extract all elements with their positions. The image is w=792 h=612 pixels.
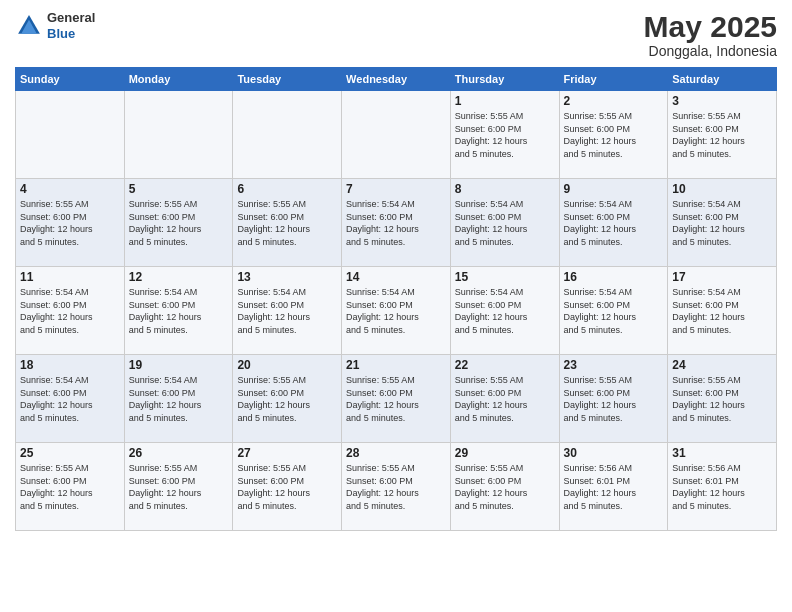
- day-number-25: 25: [20, 446, 120, 460]
- day-info-10: Sunrise: 5:54 AM Sunset: 6:00 PM Dayligh…: [672, 198, 772, 248]
- day-info-27: Sunrise: 5:55 AM Sunset: 6:00 PM Dayligh…: [237, 462, 337, 512]
- calendar-header: Sunday Monday Tuesday Wednesday Thursday…: [16, 68, 777, 91]
- header-friday: Friday: [559, 68, 668, 91]
- week-row-4: 18Sunrise: 5:54 AM Sunset: 6:00 PM Dayli…: [16, 355, 777, 443]
- cell-w2-d0: 4Sunrise: 5:55 AM Sunset: 6:00 PM Daylig…: [16, 179, 125, 267]
- day-number-23: 23: [564, 358, 664, 372]
- day-info-7: Sunrise: 5:54 AM Sunset: 6:00 PM Dayligh…: [346, 198, 446, 248]
- day-info-31: Sunrise: 5:56 AM Sunset: 6:01 PM Dayligh…: [672, 462, 772, 512]
- cell-w1-d5: 2Sunrise: 5:55 AM Sunset: 6:00 PM Daylig…: [559, 91, 668, 179]
- cell-w3-d3: 14Sunrise: 5:54 AM Sunset: 6:00 PM Dayli…: [342, 267, 451, 355]
- cell-w4-d0: 18Sunrise: 5:54 AM Sunset: 6:00 PM Dayli…: [16, 355, 125, 443]
- day-info-14: Sunrise: 5:54 AM Sunset: 6:00 PM Dayligh…: [346, 286, 446, 336]
- day-number-29: 29: [455, 446, 555, 460]
- day-info-15: Sunrise: 5:54 AM Sunset: 6:00 PM Dayligh…: [455, 286, 555, 336]
- cell-w2-d2: 6Sunrise: 5:55 AM Sunset: 6:00 PM Daylig…: [233, 179, 342, 267]
- cell-w1-d3: [342, 91, 451, 179]
- day-info-29: Sunrise: 5:55 AM Sunset: 6:00 PM Dayligh…: [455, 462, 555, 512]
- header-wednesday: Wednesday: [342, 68, 451, 91]
- day-number-27: 27: [237, 446, 337, 460]
- calendar-body: 1Sunrise: 5:55 AM Sunset: 6:00 PM Daylig…: [16, 91, 777, 531]
- cell-w1-d2: [233, 91, 342, 179]
- day-number-15: 15: [455, 270, 555, 284]
- cell-w4-d2: 20Sunrise: 5:55 AM Sunset: 6:00 PM Dayli…: [233, 355, 342, 443]
- day-info-28: Sunrise: 5:55 AM Sunset: 6:00 PM Dayligh…: [346, 462, 446, 512]
- day-info-8: Sunrise: 5:54 AM Sunset: 6:00 PM Dayligh…: [455, 198, 555, 248]
- logo-blue-text: Blue: [47, 26, 95, 42]
- cell-w5-d3: 28Sunrise: 5:55 AM Sunset: 6:00 PM Dayli…: [342, 443, 451, 531]
- day-number-7: 7: [346, 182, 446, 196]
- day-number-6: 6: [237, 182, 337, 196]
- day-info-5: Sunrise: 5:55 AM Sunset: 6:00 PM Dayligh…: [129, 198, 229, 248]
- cell-w4-d5: 23Sunrise: 5:55 AM Sunset: 6:00 PM Dayli…: [559, 355, 668, 443]
- day-number-2: 2: [564, 94, 664, 108]
- cell-w3-d4: 15Sunrise: 5:54 AM Sunset: 6:00 PM Dayli…: [450, 267, 559, 355]
- week-row-3: 11Sunrise: 5:54 AM Sunset: 6:00 PM Dayli…: [16, 267, 777, 355]
- cell-w3-d1: 12Sunrise: 5:54 AM Sunset: 6:00 PM Dayli…: [124, 267, 233, 355]
- day-number-21: 21: [346, 358, 446, 372]
- day-number-16: 16: [564, 270, 664, 284]
- day-number-28: 28: [346, 446, 446, 460]
- day-number-30: 30: [564, 446, 664, 460]
- day-number-13: 13: [237, 270, 337, 284]
- day-number-3: 3: [672, 94, 772, 108]
- day-info-18: Sunrise: 5:54 AM Sunset: 6:00 PM Dayligh…: [20, 374, 120, 424]
- day-info-30: Sunrise: 5:56 AM Sunset: 6:01 PM Dayligh…: [564, 462, 664, 512]
- day-info-26: Sunrise: 5:55 AM Sunset: 6:00 PM Dayligh…: [129, 462, 229, 512]
- header-sunday: Sunday: [16, 68, 125, 91]
- logo-text: General Blue: [47, 10, 95, 41]
- logo: General Blue: [15, 10, 95, 41]
- day-info-19: Sunrise: 5:54 AM Sunset: 6:00 PM Dayligh…: [129, 374, 229, 424]
- day-number-1: 1: [455, 94, 555, 108]
- day-info-12: Sunrise: 5:54 AM Sunset: 6:00 PM Dayligh…: [129, 286, 229, 336]
- cell-w1-d4: 1Sunrise: 5:55 AM Sunset: 6:00 PM Daylig…: [450, 91, 559, 179]
- day-number-10: 10: [672, 182, 772, 196]
- day-number-5: 5: [129, 182, 229, 196]
- calendar-title: May 2025: [644, 10, 777, 43]
- cell-w5-d2: 27Sunrise: 5:55 AM Sunset: 6:00 PM Dayli…: [233, 443, 342, 531]
- header: General Blue May 2025 Donggala, Indonesi…: [15, 10, 777, 59]
- day-number-26: 26: [129, 446, 229, 460]
- weekday-header-row: Sunday Monday Tuesday Wednesday Thursday…: [16, 68, 777, 91]
- day-info-9: Sunrise: 5:54 AM Sunset: 6:00 PM Dayligh…: [564, 198, 664, 248]
- cell-w5-d4: 29Sunrise: 5:55 AM Sunset: 6:00 PM Dayli…: [450, 443, 559, 531]
- day-number-9: 9: [564, 182, 664, 196]
- cell-w5-d0: 25Sunrise: 5:55 AM Sunset: 6:00 PM Dayli…: [16, 443, 125, 531]
- day-number-18: 18: [20, 358, 120, 372]
- day-info-25: Sunrise: 5:55 AM Sunset: 6:00 PM Dayligh…: [20, 462, 120, 512]
- day-info-1: Sunrise: 5:55 AM Sunset: 6:00 PM Dayligh…: [455, 110, 555, 160]
- cell-w2-d5: 9Sunrise: 5:54 AM Sunset: 6:00 PM Daylig…: [559, 179, 668, 267]
- cell-w2-d3: 7Sunrise: 5:54 AM Sunset: 6:00 PM Daylig…: [342, 179, 451, 267]
- calendar-subtitle: Donggala, Indonesia: [644, 43, 777, 59]
- day-number-17: 17: [672, 270, 772, 284]
- logo-icon: [15, 12, 43, 40]
- cell-w4-d3: 21Sunrise: 5:55 AM Sunset: 6:00 PM Dayli…: [342, 355, 451, 443]
- cell-w4-d6: 24Sunrise: 5:55 AM Sunset: 6:00 PM Dayli…: [668, 355, 777, 443]
- calendar-table: Sunday Monday Tuesday Wednesday Thursday…: [15, 67, 777, 531]
- cell-w5-d6: 31Sunrise: 5:56 AM Sunset: 6:01 PM Dayli…: [668, 443, 777, 531]
- week-row-1: 1Sunrise: 5:55 AM Sunset: 6:00 PM Daylig…: [16, 91, 777, 179]
- day-number-8: 8: [455, 182, 555, 196]
- logo-general-text: General: [47, 10, 95, 26]
- cell-w3-d2: 13Sunrise: 5:54 AM Sunset: 6:00 PM Dayli…: [233, 267, 342, 355]
- day-number-4: 4: [20, 182, 120, 196]
- day-info-22: Sunrise: 5:55 AM Sunset: 6:00 PM Dayligh…: [455, 374, 555, 424]
- day-info-6: Sunrise: 5:55 AM Sunset: 6:00 PM Dayligh…: [237, 198, 337, 248]
- day-number-24: 24: [672, 358, 772, 372]
- day-number-19: 19: [129, 358, 229, 372]
- day-number-11: 11: [20, 270, 120, 284]
- cell-w3-d6: 17Sunrise: 5:54 AM Sunset: 6:00 PM Dayli…: [668, 267, 777, 355]
- cell-w4-d4: 22Sunrise: 5:55 AM Sunset: 6:00 PM Dayli…: [450, 355, 559, 443]
- cell-w2-d4: 8Sunrise: 5:54 AM Sunset: 6:00 PM Daylig…: [450, 179, 559, 267]
- title-block: May 2025 Donggala, Indonesia: [644, 10, 777, 59]
- day-number-22: 22: [455, 358, 555, 372]
- day-number-14: 14: [346, 270, 446, 284]
- header-saturday: Saturday: [668, 68, 777, 91]
- cell-w5-d1: 26Sunrise: 5:55 AM Sunset: 6:00 PM Dayli…: [124, 443, 233, 531]
- day-number-12: 12: [129, 270, 229, 284]
- header-thursday: Thursday: [450, 68, 559, 91]
- cell-w4-d1: 19Sunrise: 5:54 AM Sunset: 6:00 PM Dayli…: [124, 355, 233, 443]
- cell-w2-d6: 10Sunrise: 5:54 AM Sunset: 6:00 PM Dayli…: [668, 179, 777, 267]
- cell-w3-d0: 11Sunrise: 5:54 AM Sunset: 6:00 PM Dayli…: [16, 267, 125, 355]
- day-info-23: Sunrise: 5:55 AM Sunset: 6:00 PM Dayligh…: [564, 374, 664, 424]
